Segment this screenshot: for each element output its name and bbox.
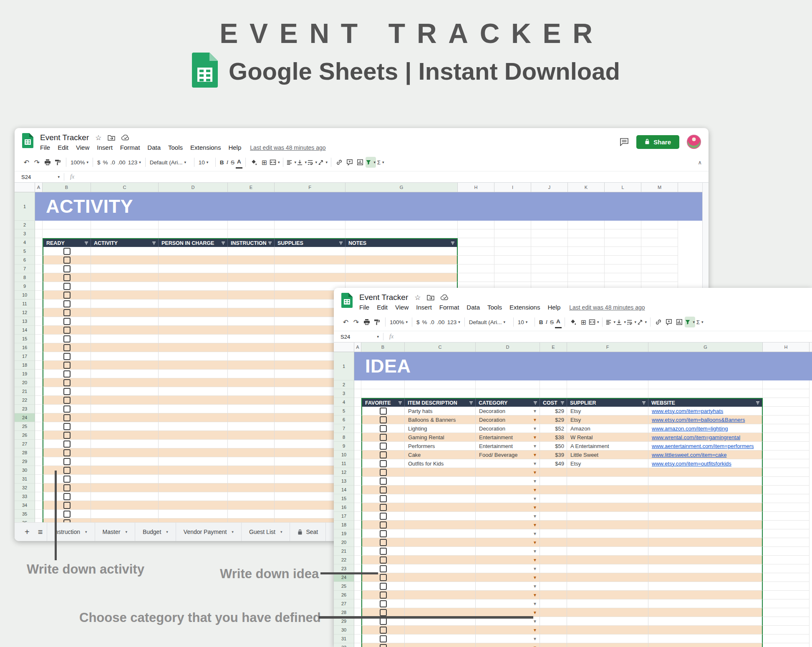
ready-checkbox[interactable] — [63, 441, 71, 448]
table-header-c[interactable]: ITEM DESCRIPTION — [405, 398, 476, 407]
favorite-checkbox[interactable] — [380, 416, 387, 423]
cell-a34[interactable] — [35, 501, 43, 510]
category-dropdown-icon[interactable]: ▼ — [533, 645, 537, 647]
cell-g19[interactable] — [648, 529, 763, 538]
cell-a25[interactable] — [354, 582, 361, 591]
row-header-2[interactable]: 2 — [334, 380, 354, 389]
cell-f30[interactable] — [567, 626, 648, 634]
ready-checkbox[interactable] — [63, 458, 71, 465]
ready-checkbox[interactable] — [63, 476, 71, 483]
cell-j3[interactable] — [531, 229, 568, 238]
cell-d34[interactable] — [159, 501, 228, 510]
align-left-icon[interactable]: ▾ — [286, 157, 297, 168]
table-header-d[interactable]: CATEGORY — [476, 398, 540, 407]
table-header-f[interactable]: SUPPLIES — [275, 238, 345, 247]
row-header-22[interactable]: 22 — [334, 556, 354, 564]
cell-a11[interactable] — [354, 459, 361, 468]
cell-e22[interactable] — [540, 556, 567, 564]
menu-item-extensions[interactable]: Extensions — [187, 143, 224, 152]
category-cell[interactable]: ▼ — [476, 538, 540, 547]
cell-b6[interactable] — [361, 415, 405, 424]
row-header-19[interactable]: 19 — [334, 529, 354, 538]
merge-cells-icon[interactable]: ▾ — [270, 157, 280, 168]
text-color-button[interactable]: A — [555, 316, 562, 328]
category-cell[interactable]: Food/ Beverage▼ — [476, 451, 540, 459]
cell-a4[interactable] — [35, 238, 43, 247]
cell-f14[interactable] — [567, 486, 648, 494]
cell-d26[interactable] — [159, 431, 228, 440]
cell-g20[interactable] — [648, 538, 763, 547]
cell-e25[interactable] — [228, 422, 275, 431]
website-link[interactable]: www.wrental.com/item=gamingrental — [652, 434, 740, 441]
cell-a5[interactable] — [35, 247, 43, 256]
table-header-e[interactable]: COST — [540, 398, 567, 407]
favorite-checkbox[interactable] — [380, 486, 387, 493]
category-cell[interactable]: ▼ — [476, 573, 540, 582]
cell-c7[interactable] — [91, 264, 159, 273]
row-header-2[interactable]: 2 — [15, 221, 35, 229]
cost-cell[interactable]: $49 — [540, 459, 567, 468]
cell-a25[interactable] — [35, 422, 43, 431]
category-cell[interactable]: ▼ — [476, 521, 540, 529]
menu-item-edit[interactable]: Edit — [54, 143, 72, 152]
row-header-22[interactable]: 22 — [15, 396, 35, 405]
cost-cell[interactable]: $52 — [540, 424, 567, 433]
cell-h30[interactable] — [763, 626, 809, 634]
cell-m3[interactable] — [641, 229, 678, 238]
cell-b5[interactable] — [361, 407, 405, 415]
cell-d8[interactable] — [159, 273, 228, 282]
cell-g16[interactable] — [648, 503, 763, 512]
category-cell[interactable]: ▼ — [476, 599, 540, 608]
row-header-6[interactable]: 6 — [334, 415, 354, 424]
supplier-cell[interactable]: Etsy — [567, 415, 648, 424]
cell-a32[interactable] — [354, 643, 361, 647]
cell-b17[interactable] — [361, 512, 405, 521]
cell-f22[interactable] — [567, 556, 648, 564]
cell-e22[interactable] — [228, 396, 275, 405]
row-header-31[interactable]: 31 — [15, 475, 35, 483]
cell-a17[interactable] — [35, 352, 43, 361]
cell-k5[interactable] — [568, 247, 605, 256]
row-header-12[interactable]: 12 — [334, 468, 354, 477]
cell-a4[interactable] — [354, 398, 361, 407]
cell-d2[interactable] — [476, 380, 540, 389]
cell-c29[interactable] — [91, 457, 159, 466]
cell-b3[interactable] — [43, 229, 91, 238]
cell-f19[interactable] — [567, 529, 648, 538]
category-cell[interactable]: ▼ — [476, 643, 540, 647]
favorite-checkbox[interactable] — [380, 627, 387, 634]
ready-checkbox[interactable] — [63, 484, 71, 491]
cell-c15[interactable] — [405, 494, 476, 503]
cell-c23[interactable] — [405, 564, 476, 573]
cell-b19[interactable] — [43, 370, 91, 378]
cell-c23[interactable] — [91, 405, 159, 413]
cell-c16[interactable] — [405, 503, 476, 512]
cell-h25[interactable] — [763, 582, 809, 591]
row-header-31[interactable]: 31 — [334, 634, 354, 643]
cell-e17[interactable] — [228, 352, 275, 361]
bold-button[interactable]: B — [219, 157, 225, 168]
cell-a21[interactable] — [35, 387, 43, 396]
category-dropdown-icon[interactable]: ▼ — [533, 514, 537, 519]
cell-j8[interactable] — [531, 273, 568, 282]
menu-item-view[interactable]: View — [72, 143, 93, 152]
row-header-35[interactable]: 35 — [15, 510, 35, 519]
cell-l2[interactable] — [605, 221, 641, 229]
ready-checkbox[interactable] — [63, 502, 71, 509]
table-header-b[interactable]: READY — [43, 238, 91, 247]
category-cell[interactable]: Entertainment▼ — [476, 433, 540, 442]
undo-icon[interactable]: ↶ — [21, 157, 32, 168]
cell-b30[interactable] — [361, 626, 405, 634]
row-header-11[interactable]: 11 — [15, 300, 35, 308]
cell-f31[interactable] — [567, 634, 648, 643]
row-header-24[interactable]: 24 — [334, 573, 354, 582]
cell-c30[interactable] — [405, 626, 476, 634]
cell-h2[interactable] — [763, 380, 809, 389]
category-cell[interactable]: ▼ — [476, 547, 540, 556]
cell-a18[interactable] — [35, 361, 43, 370]
cell-a3[interactable] — [35, 229, 43, 238]
cell-b26[interactable] — [361, 591, 405, 599]
cell-k6[interactable] — [568, 256, 605, 264]
cell-c6[interactable] — [91, 256, 159, 264]
category-cell[interactable]: Decoration▼ — [476, 424, 540, 433]
